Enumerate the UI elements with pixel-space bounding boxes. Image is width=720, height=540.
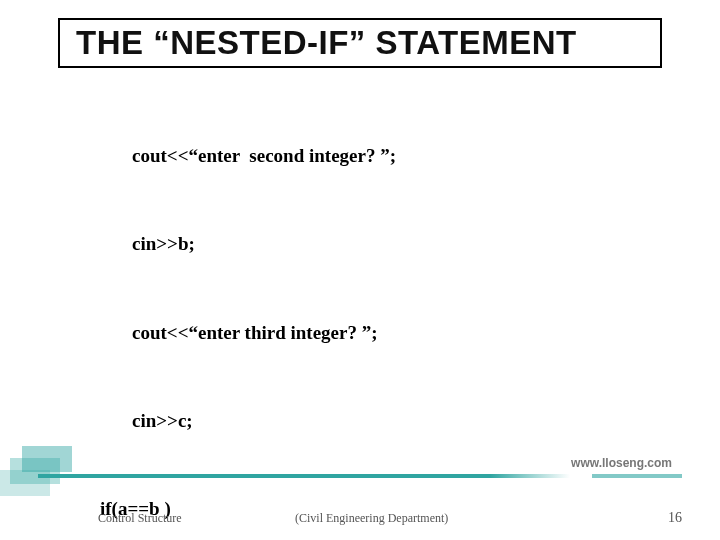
code-listing: cout<<“enter second integer? ”; cin>>b; … bbox=[100, 82, 682, 540]
code-line: cin>>b; bbox=[100, 229, 682, 258]
code-line: cout<<“enter third integer? ”; bbox=[100, 318, 682, 347]
page-number: 16 bbox=[668, 510, 682, 526]
corner-decoration bbox=[0, 440, 80, 500]
divider bbox=[38, 474, 570, 478]
code-line: cout<<“enter second integer? ”; bbox=[100, 141, 682, 170]
source-url: www.lloseng.com bbox=[571, 456, 672, 470]
svg-rect-1 bbox=[10, 458, 60, 484]
slide: THE “NESTED-IF” STATEMENT cout<<“enter s… bbox=[0, 0, 720, 540]
divider-accent bbox=[592, 474, 682, 478]
footer: Control Structure (Civil Engineering Dep… bbox=[0, 500, 720, 530]
footer-department: (Civil Engineering Department) bbox=[295, 511, 448, 526]
code-line: cin>>c; bbox=[100, 406, 682, 435]
footer-section: Control Structure bbox=[98, 511, 182, 526]
title-container: THE “NESTED-IF” STATEMENT bbox=[58, 18, 662, 68]
svg-rect-2 bbox=[22, 446, 72, 472]
slide-title: THE “NESTED-IF” STATEMENT bbox=[76, 24, 644, 62]
